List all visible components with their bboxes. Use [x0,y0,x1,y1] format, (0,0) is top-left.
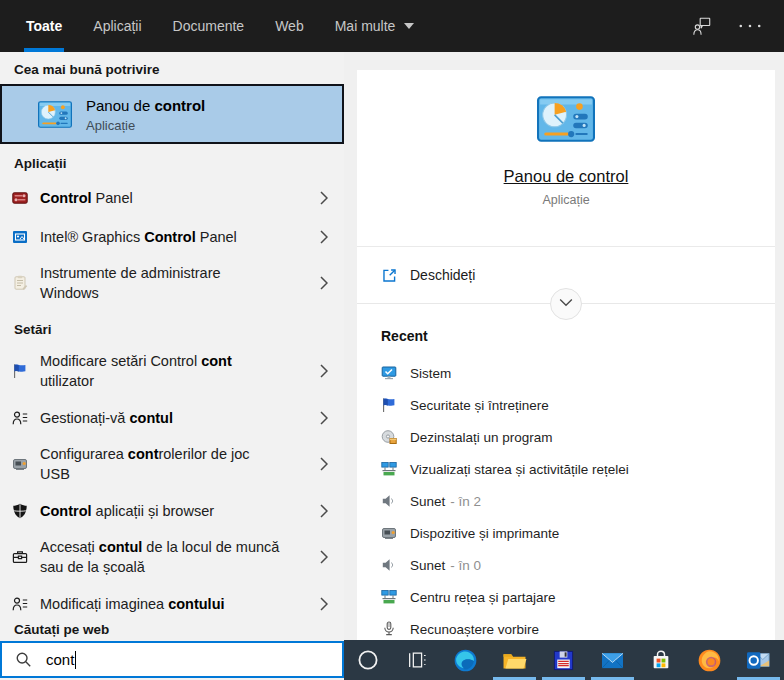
cortana-icon [356,648,380,672]
search-web-header: Căutați pe web [0,622,123,638]
search-icon [15,651,32,668]
search-filter-bar: ToateAplicațiiDocumenteWebMai multe [0,0,784,52]
system-icon [381,365,397,381]
taskbar-outlook-icon[interactable] [734,640,783,680]
recent-item-label: Securitate și întreținere [410,398,549,413]
control-panel-icon [537,96,595,142]
recent-item-suffix: - în 0 [450,558,481,573]
chevron-right-icon[interactable] [312,276,328,290]
edge-icon [453,648,478,673]
tab-web[interactable]: Web [273,0,306,52]
result-item[interactable]: Accesați contul de la locul de muncă sau… [0,530,344,584]
chevron-right-icon[interactable] [312,230,328,244]
chevron-right-icon[interactable] [312,504,328,518]
preview-title-link[interactable]: Panou de control [357,167,775,186]
uninstall-icon [381,429,397,445]
best-match-header: Cea mai bună potrivire [0,52,344,84]
text-caret [75,651,76,669]
recent-item[interactable]: Sunet- în 2 [357,485,775,517]
recent-item[interactable]: Sunet- în 0 [357,549,775,581]
devices-icon [12,456,28,472]
recent-item[interactable]: Centru rețea și partajare [357,581,775,613]
legacy-app-icon [552,649,575,672]
tab-toate[interactable]: Toate [24,0,64,52]
tab-aplicații[interactable]: Aplicații [91,0,143,52]
flag-icon [381,397,397,413]
recent-item-label: Sistem [410,366,451,381]
topbar-icons [692,0,784,52]
result-item[interactable]: Gestionați-vă contul [0,398,344,437]
uac-flag-icon [12,363,28,379]
recent-item[interactable]: Securitate și întreținere [357,389,775,421]
tab-mai-multe[interactable]: Mai multe [333,0,417,52]
chevron-right-icon[interactable] [312,411,328,425]
result-sections: AplicațiiControl PanelIntel® Graphics Co… [0,144,344,623]
result-item-label: Configurarea controlerilor de joc USB [40,444,250,484]
chevron-right-icon[interactable] [312,550,328,564]
tab-label: Aplicații [93,18,141,34]
network-icon [381,589,397,605]
result-item[interactable]: Modificare setări Control cont utilizato… [0,344,344,398]
result-item-label: Control Panel [40,188,133,208]
result-item[interactable]: Control Panel [0,178,344,217]
tab-label: Mai multe [335,18,396,34]
taskbar-edge-icon[interactable] [442,640,491,680]
recent-item[interactable]: Sistem [357,357,775,389]
result-item[interactable]: Instrumente de administrare Windows [0,256,344,310]
more-options-icon[interactable] [738,23,762,29]
taskbar-legacy-app-icon[interactable] [539,640,588,680]
recent-item[interactable]: Dezinstalați un program [357,421,775,453]
chevron-right-icon[interactable] [312,597,328,611]
recent-item[interactable]: Recunoaștere vorbire [357,613,775,640]
search-results-panel: Cea mai bună potrivire Panou de control … [0,52,344,680]
recent-item-label: Centru rețea și partajare [410,590,556,605]
recent-item[interactable]: Vizualizați starea și activitățile rețel… [357,453,775,485]
preview-hero [357,96,775,142]
preview-card: Panou de control Aplicație Deschideți Re… [357,70,775,640]
tab-label: Toate [26,18,62,34]
search-query-text: cont [46,651,74,668]
best-match-text: Panou de control Aplicație [86,96,205,133]
result-item-label: Control aplicații și browser [40,501,214,521]
speaker-icon [381,493,397,509]
user-account-icon [12,410,28,426]
network-icon [381,461,397,477]
expand-button[interactable] [550,288,582,320]
open-icon [381,267,398,284]
recent-item-label: Recunoaștere vorbire [410,622,539,637]
recent-item-label: Sunet [410,494,445,509]
chevron-down-icon [556,292,576,316]
recent-item-label: Dispozitive și imprimante [410,526,559,541]
result-item[interactable]: Configurarea controlerilor de joc USB [0,437,344,491]
recent-item-label: Dezinstalați un program [410,430,553,445]
result-item-label: Instrumente de administrare Windows [40,263,221,303]
recent-item[interactable]: Dispozitive și imprimante [357,517,775,549]
tab-label: Documente [173,18,245,34]
task-view-icon [406,649,428,671]
chevron-right-icon[interactable] [312,364,328,378]
best-match-subtitle: Aplicație [86,118,205,133]
result-item[interactable]: Intel® Graphics Control Panel [0,217,344,256]
result-item[interactable]: Control aplicații și browser [0,491,344,530]
chevron-right-icon[interactable] [312,457,328,471]
feedback-icon[interactable] [692,16,712,36]
taskbar-file-explorer-icon[interactable] [490,640,539,680]
result-item[interactable]: Modificați imaginea contului [0,584,344,623]
taskbar-firefox-icon[interactable] [686,640,735,680]
result-item-label: Gestionați-vă contul [40,408,173,428]
control-panel-icon [38,101,72,128]
chevron-right-icon[interactable] [312,191,328,205]
search-input[interactable]: cont [0,641,344,678]
best-match-result[interactable]: Panou de control Aplicație [0,84,344,144]
control-panel-classic-icon [12,190,28,206]
taskbar-task-view-icon[interactable] [393,640,442,680]
taskbar-cortana-icon[interactable] [344,640,393,680]
taskbar-mail-icon[interactable] [588,640,637,680]
tab-documente[interactable]: Documente [171,0,247,52]
taskbar-store-icon[interactable] [637,640,686,680]
preview-panel: Panou de control Aplicație Deschideți Re… [344,52,784,640]
divider [357,303,775,304]
dropdown-caret-icon [404,23,414,29]
recent-item-suffix: - în 2 [450,494,481,509]
user-account-icon [12,596,28,612]
